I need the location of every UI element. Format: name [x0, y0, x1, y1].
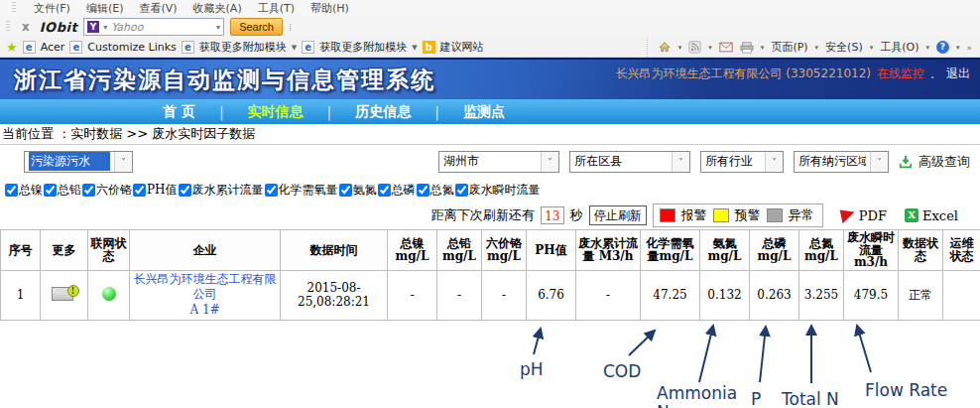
chevron-down-icon: ˅: [672, 152, 689, 172]
factor-item-3[interactable]: PH值: [133, 182, 178, 199]
column-header-4: 数据时间: [281, 230, 388, 271]
chevron-down-icon[interactable]: ▾: [956, 44, 960, 52]
tools-menu-button[interactable]: 工具(O): [880, 40, 919, 55]
message-icon[interactable]: !: [52, 286, 77, 302]
factor-checkbox[interactable]: [417, 184, 429, 197]
more-cell[interactable]: !: [41, 270, 88, 320]
app-title: 浙江省污染源自动监测与信息管理系统: [14, 65, 435, 95]
factor-checkbox[interactable]: [265, 184, 278, 197]
chevron-down-icon[interactable]: ▼: [292, 44, 297, 52]
fav-link-addons-2[interactable]: 获取更多附加模块: [319, 40, 407, 55]
toolbar-splitter[interactable]: ⁞: [289, 22, 292, 33]
advanced-query-icon[interactable]: [899, 155, 913, 169]
annotation-layer: pH COD Ammonia N P Total N Flow Rate: [0, 321, 980, 408]
nav-realtime-info[interactable]: 实时信息: [224, 103, 327, 121]
factor-checkbox[interactable]: [179, 184, 191, 197]
safety-menu-button[interactable]: 安全(S): [825, 40, 863, 55]
webpage-icon: e: [302, 41, 314, 54]
menu-help[interactable]: 帮助(H): [310, 1, 349, 16]
export-excel-button[interactable]: X Excel: [905, 208, 958, 223]
feed-icon[interactable]: [688, 41, 701, 54]
mail-icon[interactable]: [719, 42, 733, 53]
factor-checkbox[interactable]: [455, 184, 468, 197]
engine-dropdown-icon[interactable]: ▾: [103, 23, 107, 32]
chevron-down-icon[interactable]: ▼: [412, 44, 417, 52]
online-monitor-link[interactable]: 在线监控: [877, 66, 924, 82]
value-cell-9: 479.5: [844, 270, 899, 320]
network-status-cell: [88, 270, 130, 320]
factor-label: 废水瞬时流量: [469, 182, 541, 199]
factor-label: 总氮: [430, 182, 454, 199]
favorites-bar: ★ e Acer e Customize Links e 获取更多附加模块 ▼ …: [0, 38, 980, 58]
factor-checkbox-bar: 总镍总铅六价铬PH值废水累计流量化学需氧量氨氮总磷总氮废水瞬时流量: [0, 178, 980, 202]
combo-dropdown-icon[interactable]: ▾: [216, 23, 220, 32]
chevron-down-icon[interactable]: ▾: [678, 44, 682, 52]
breadcrumb-path: 实时数据 >> 废水实时因子数据: [70, 126, 255, 141]
area-select[interactable]: 所有纳污区域 ˅: [794, 151, 889, 173]
menu-edit[interactable]: 编辑(E): [86, 1, 124, 16]
fav-link-acer[interactable]: Acer: [41, 41, 65, 54]
fav-link-suggested-sites[interactable]: 建议网站: [440, 40, 484, 55]
nav-monitoring-points[interactable]: 监测点: [439, 103, 529, 121]
chevron-down-icon[interactable]: ▾: [870, 44, 874, 52]
factor-item-6[interactable]: 氨氮: [339, 182, 377, 199]
factor-item-0[interactable]: 总镍: [5, 182, 43, 199]
chevron-down-icon[interactable]: ▾: [761, 44, 765, 52]
stop-refresh-button[interactable]: 停止刷新: [589, 205, 647, 225]
factor-checkbox[interactable]: [378, 184, 391, 197]
factor-item-1[interactable]: 总铅: [44, 182, 81, 199]
favorites-star-icon[interactable]: ★: [6, 40, 18, 55]
yahoo-search-button[interactable]: Search: [230, 18, 283, 36]
menu-view[interactable]: 查看(V): [139, 1, 177, 16]
factor-label: 六价铬: [96, 182, 132, 199]
fav-link-addons-1[interactable]: 获取更多附加模块: [199, 40, 287, 55]
logged-in-company: 长兴昂为环境生态工程有限公司 (3305221012): [615, 66, 871, 82]
factor-label: 总镍: [19, 182, 43, 199]
factor-item-4[interactable]: 废水累计流量: [179, 182, 264, 199]
menu-tools[interactable]: 工具(T): [258, 1, 295, 16]
value-cell-7: 0.263: [750, 270, 799, 320]
more-toolbar-icon[interactable]: »: [966, 43, 972, 53]
webpage-icon: e: [182, 41, 194, 54]
industry-select[interactable]: 所有行业 ˅: [700, 151, 784, 173]
help-icon[interactable]: ?: [936, 41, 949, 54]
nav-home[interactable]: 首 页: [139, 103, 219, 121]
county-select[interactable]: 所在区县 ˅: [569, 151, 690, 173]
fav-link-customize[interactable]: Customize Links: [87, 41, 177, 54]
factor-checkbox[interactable]: [133, 184, 146, 197]
menu-file[interactable]: 文件(F): [34, 1, 70, 16]
chevron-down-icon[interactable]: ▾: [815, 44, 819, 52]
chevron-down-icon: ˅: [114, 152, 132, 172]
factor-item-9[interactable]: 废水瞬时流量: [455, 182, 541, 199]
selected-industry: 所有行业: [705, 153, 761, 170]
factor-item-7[interactable]: 总磷: [378, 182, 416, 199]
factor-checkbox[interactable]: [5, 184, 18, 197]
factor-checkbox[interactable]: [339, 184, 352, 197]
menu-favorites[interactable]: 收藏夹(A): [193, 1, 242, 16]
pollution-type-select[interactable]: 污染源污水 ˅: [24, 151, 133, 173]
yahoo-search-input[interactable]: Y ▾ Yahoo ▾: [83, 18, 224, 36]
nav-history-info[interactable]: 历史信息: [331, 103, 434, 121]
close-toolbar-icon[interactable]: x: [18, 20, 34, 34]
company-cell[interactable]: 长兴昂为环境生态工程有限公司A 1#: [130, 270, 281, 320]
status-legend: 报警 预警 异常: [653, 204, 823, 227]
webpage-icon: e: [23, 41, 36, 54]
advanced-query-link[interactable]: 高级查询: [919, 153, 970, 171]
home-icon[interactable]: [658, 41, 672, 54]
city-select[interactable]: 湖州市 ˅: [438, 151, 559, 173]
factor-item-8[interactable]: 总氮: [417, 182, 454, 199]
company-link[interactable]: 长兴昂为环境生态工程有限公司A 1#: [131, 272, 279, 319]
yahoo-icon[interactable]: Y: [87, 21, 99, 33]
print-icon[interactable]: [740, 42, 754, 54]
factor-checkbox[interactable]: [44, 184, 57, 197]
chevron-down-icon[interactable]: ▾: [708, 44, 712, 52]
value-cell-2: -: [482, 270, 527, 320]
command-bar: ▾ ▾ ▾ 页面(P) ▾ 安全(S) ▾ 工具(O) ▾ ? ▾ »: [647, 38, 980, 57]
chevron-down-icon[interactable]: ▾: [925, 44, 929, 52]
logout-link[interactable]: 退出: [946, 66, 970, 82]
page-menu-button[interactable]: 页面(P): [771, 40, 807, 55]
factor-item-2[interactable]: 六价铬: [82, 182, 132, 199]
export-pdf-button[interactable]: PDF: [841, 208, 887, 223]
factor-checkbox[interactable]: [82, 184, 95, 197]
factor-item-5[interactable]: 化学需氧量: [265, 182, 338, 199]
